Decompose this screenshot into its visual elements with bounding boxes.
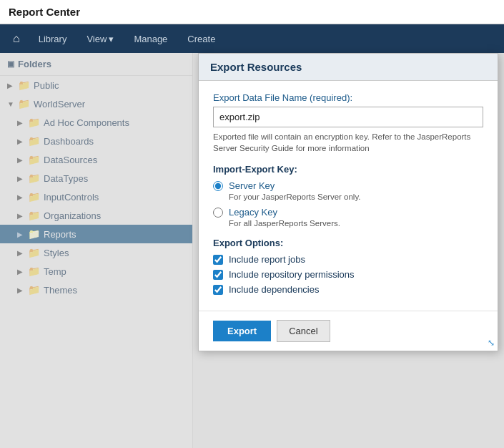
legacy-key-label[interactable]: Legacy Key <box>229 207 277 218</box>
legacy-key-hint: For all JasperReports Servers. <box>229 219 483 228</box>
legacy-key-radio[interactable] <box>213 208 223 218</box>
include-dependencies-checkbox[interactable] <box>213 285 223 295</box>
export-options-label: Export Options: <box>213 238 483 248</box>
nav-view[interactable]: View ▾ <box>78 29 122 49</box>
page-title-text: Report Center <box>9 6 80 18</box>
chevron-down-icon: ▾ <box>109 34 114 44</box>
nav-manage[interactable]: Manage <box>125 29 176 49</box>
dialog-footer: Export Cancel ⤡ <box>199 311 498 351</box>
include-repo-permissions-checkbox[interactable] <box>213 270 223 280</box>
export-button[interactable]: Export <box>213 321 271 341</box>
main-area: ▣ Folders ▶ 📁 Public ▼ 📁 WorldServer ▶ 📁… <box>0 53 504 448</box>
file-name-label: Export Data File Name (required): <box>213 92 483 103</box>
server-key-option[interactable]: Server Key <box>213 180 483 191</box>
include-report-jobs-checkbox[interactable] <box>213 255 223 265</box>
server-key-radio[interactable] <box>213 181 223 191</box>
nav-library[interactable]: Library <box>30 29 76 49</box>
include-dependencies-label[interactable]: Include dependencies <box>229 284 320 295</box>
nav-create[interactable]: Create <box>179 29 224 49</box>
include-repo-permissions-option[interactable]: Include repository permissions <box>213 269 483 280</box>
dialog-title: Export Resources <box>199 54 498 81</box>
page-title: Report Center <box>0 0 504 24</box>
server-key-label[interactable]: Server Key <box>229 180 275 191</box>
server-key-hint: For your JasperReports Server only. <box>229 193 483 201</box>
nav-home-icon[interactable]: ⌂ <box>6 28 27 49</box>
cancel-button[interactable]: Cancel <box>277 320 330 342</box>
export-dialog: Export Resources Export Data File Name (… <box>198 53 498 351</box>
file-name-input[interactable] <box>213 107 483 127</box>
dialog-body: Export Data File Name (required): Export… <box>199 81 498 311</box>
legacy-key-option[interactable]: Legacy Key <box>213 207 483 218</box>
modal-overlay: Export Resources Export Data File Name (… <box>0 53 504 448</box>
include-repo-permissions-label[interactable]: Include repository permissions <box>229 269 355 280</box>
import-export-key-label: Import-Export Key: <box>213 164 483 175</box>
navbar: ⌂ Library View ▾ Manage Create <box>0 24 504 53</box>
file-name-hint: Exported file will contain an encryption… <box>213 131 483 154</box>
include-dependencies-option[interactable]: Include dependencies <box>213 284 483 295</box>
include-report-jobs-option[interactable]: Include report jobs <box>213 254 483 265</box>
resize-icon: ⤡ <box>488 338 495 348</box>
include-report-jobs-label[interactable]: Include report jobs <box>229 254 305 265</box>
